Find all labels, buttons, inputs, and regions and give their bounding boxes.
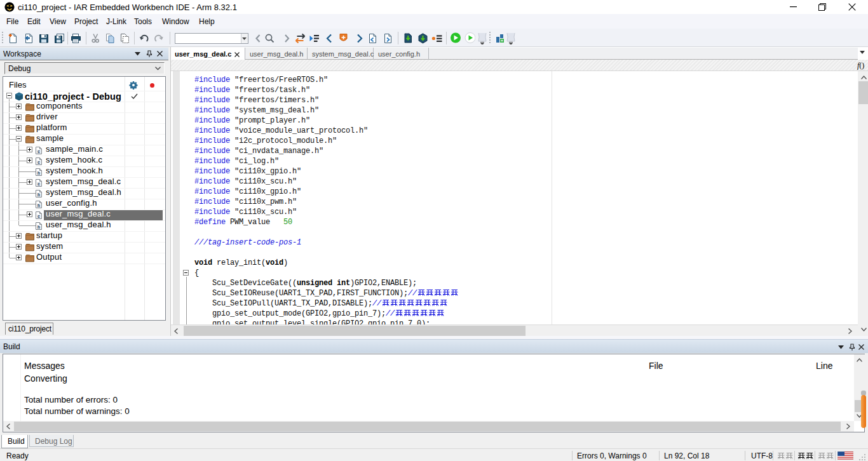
svg-text:h: h (37, 225, 40, 229)
svg-text:c: c (37, 160, 40, 164)
svg-text:c: c (37, 182, 40, 186)
svg-text:c: c (37, 214, 40, 218)
svg-text:h: h (37, 171, 40, 175)
svg-text:h: h (37, 203, 40, 208)
svg-text:h: h (37, 192, 40, 197)
svg-text:c: c (37, 149, 40, 154)
